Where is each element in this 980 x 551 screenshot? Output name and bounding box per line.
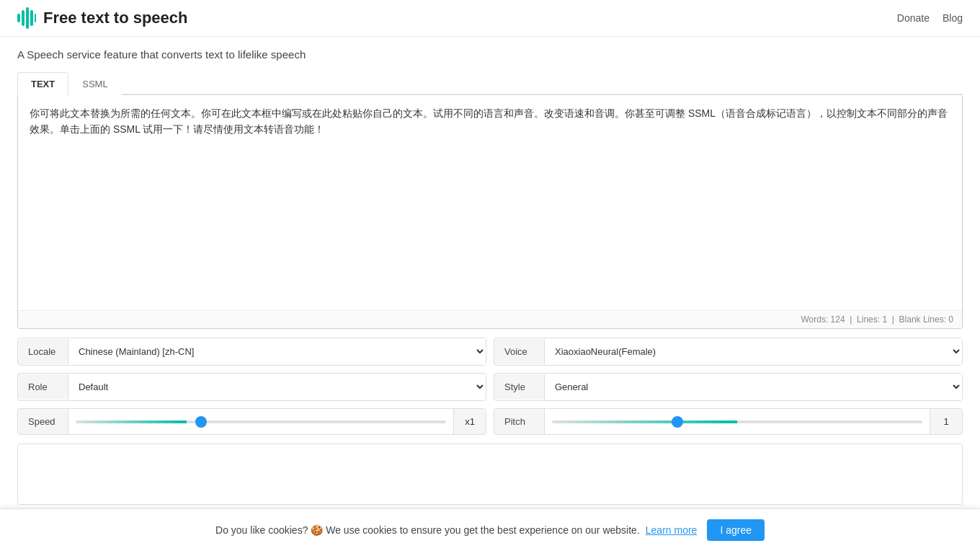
speed-slider-container: [68, 420, 453, 423]
text-input[interactable]: 你可将此文本替换为所需的任何文本。你可在此文本框中编写或在此处粘贴你自己的文本。…: [18, 95, 962, 308]
speed-label: Speed: [18, 409, 68, 434]
logo-text: Free text to speech: [43, 9, 188, 27]
header: Free text to speech Donate Blog: [0, 0, 980, 37]
cookie-banner: Do you like cookies? 🍪 We use cookies to…: [0, 508, 980, 516]
svg-rect-3: [30, 10, 33, 26]
tab-ssml[interactable]: SSML: [68, 72, 121, 95]
textarea-wrapper: 你可将此文本替换为所需的任何文本。你可在此文本框中编写或在此处粘贴你自己的文本。…: [17, 95, 963, 329]
voice-control: Voice XiaoxiaoNeural(Female) XiaoyouNeur…: [494, 338, 963, 366]
speed-control: Speed x1: [17, 408, 486, 435]
logo: Free text to speech: [17, 7, 188, 29]
pitch-label: Pitch: [494, 409, 545, 434]
role-select[interactable]: Default Custom: [68, 374, 486, 400]
words-label: Words:: [801, 314, 828, 325]
header-links: Donate Blog: [897, 12, 963, 24]
blank-lines-value: 0: [948, 314, 953, 325]
speed-slider[interactable]: [76, 420, 446, 423]
style-control: Style General Chat Cheerful: [494, 373, 963, 401]
speed-value: x1: [453, 409, 486, 434]
tabs: TEXT SSML: [17, 71, 963, 95]
donate-link[interactable]: Donate: [897, 12, 930, 24]
svg-rect-4: [35, 14, 36, 22]
controls-grid: Locale Chinese (Mainland) [zh-CN] Englis…: [17, 338, 963, 435]
tab-text[interactable]: TEXT: [17, 72, 68, 95]
svg-rect-2: [26, 7, 29, 29]
text-stats: Words: 124 | Lines: 1 | Blank Lines: 0: [18, 310, 962, 328]
words-value: 124: [831, 314, 845, 325]
pitch-value: 1: [930, 409, 962, 434]
role-control: Role Default Custom: [17, 373, 486, 401]
svg-rect-0: [17, 14, 20, 22]
pitch-slider[interactable]: [552, 420, 922, 423]
blank-lines-label: Blank Lines:: [899, 314, 946, 325]
bottom-panel: [17, 444, 963, 505]
subtitle: A Speech service feature that converts t…: [17, 48, 963, 61]
pitch-control: Pitch 1: [494, 408, 963, 435]
main-content: A Speech service feature that converts t…: [0, 37, 980, 516]
lines-label: Lines:: [857, 314, 880, 325]
lines-value: 1: [882, 314, 887, 325]
locale-control: Locale Chinese (Mainland) [zh-CN] Englis…: [17, 338, 486, 366]
svg-rect-1: [22, 10, 24, 26]
voice-label: Voice: [494, 339, 545, 364]
role-label: Role: [18, 374, 68, 400]
soundwave-icon: [17, 7, 36, 29]
locale-select[interactable]: Chinese (Mainland) [zh-CN] English (US) …: [68, 338, 486, 365]
voice-select[interactable]: XiaoxiaoNeural(Female) XiaoyouNeural(Mal…: [545, 338, 962, 365]
blog-link[interactable]: Blog: [943, 12, 963, 24]
style-label: Style: [494, 374, 545, 400]
locale-label: Locale: [18, 339, 68, 364]
style-select[interactable]: General Chat Cheerful: [545, 374, 962, 400]
pitch-slider-container: [545, 420, 930, 423]
